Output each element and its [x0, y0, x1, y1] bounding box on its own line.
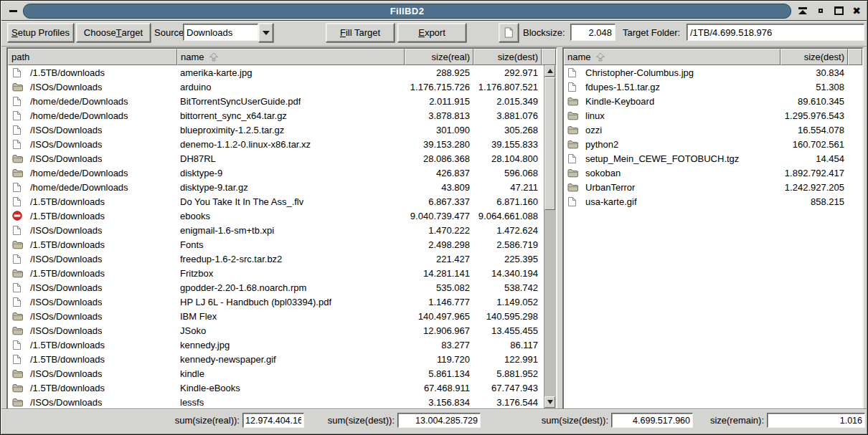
close-button[interactable]: ✖: [851, 5, 862, 16]
name-cell: DH87RL: [177, 151, 405, 166]
table-row[interactable]: python2160.702.561: [564, 137, 862, 151]
table-row[interactable]: /1.5TB/downloadsamerika-karte.jpg288.925…: [8, 65, 544, 80]
table-row[interactable]: /ISOs/DownloadsDH87RL28.086.36828.104.80…: [8, 151, 544, 166]
table-row[interactable]: /ISOs/Downloadsarduino1.176.715.7261.176…: [8, 80, 544, 94]
table-row[interactable]: /1.5TB/downloadsFonts2.498.2982.586.719: [8, 237, 544, 252]
sum-size-dest-source-input[interactable]: [397, 413, 481, 428]
chevron-down-icon: [263, 31, 270, 35]
table-row[interactable]: /ISOs/Downloadsgpodder-2.20-1.68.noarch.…: [8, 280, 544, 295]
target-table-header: name size(dest): [564, 49, 862, 65]
table-row[interactable]: /ISOs/DownloadsIBM Flex140.497.965140.59…: [8, 309, 544, 323]
sum-size-real-input[interactable]: [242, 413, 304, 428]
name-cell: Kindle-Keyboard: [564, 94, 780, 108]
column-header-name[interactable]: name: [564, 49, 780, 65]
size-dest-cell: 2.586.719: [473, 237, 542, 252]
folder-icon: [12, 82, 24, 92]
table-row[interactable]: /ISOs/DownloadsHP LJ 6L - Handbuch (bpl0…: [8, 295, 544, 309]
file-icon: [567, 196, 579, 207]
path-cell: /1.5TB/downloads: [8, 194, 177, 209]
table-row[interactable]: /1.5TB/downloadsebooks9.040.739.4779.064…: [8, 209, 544, 223]
export-button[interactable]: Export: [397, 23, 466, 42]
column-header-size-dest[interactable]: size(dest): [473, 49, 542, 65]
iconify-button[interactable]: [815, 5, 826, 16]
table-row[interactable]: /ISOs/Downloadsblueproximity-1.2.5.tar.g…: [8, 123, 544, 137]
table-row[interactable]: ozzi16.554.078: [564, 123, 862, 137]
path-cell: /home/dede/Downloads: [8, 108, 177, 123]
table-row[interactable]: linux1.295.976.543: [564, 108, 862, 123]
file-icon: [12, 110, 24, 121]
table-row[interactable]: /home/dede/Downloadsdisktype-9426.837596…: [8, 166, 544, 180]
file-icon: [12, 254, 24, 264]
column-header-size-real[interactable]: size(real): [405, 49, 473, 65]
table-row[interactable]: /ISOs/Downloadskindle5.861.1345.881.952: [8, 366, 544, 381]
name-cell: disktype-9.tar.gz: [177, 180, 405, 194]
path-cell: /ISOs/Downloads: [8, 80, 177, 94]
blocksize-input[interactable]: [570, 24, 615, 41]
titlebar-pill[interactable]: FillBD2: [23, 4, 791, 19]
name-cell: BitTorrentSyncUserGuide.pdf: [177, 94, 405, 108]
table-row[interactable]: /home/dede/Downloadsdisktype-9.tar.gz43.…: [8, 180, 544, 194]
shade-icon: [798, 7, 807, 14]
table-row[interactable]: /1.5TB/downloadskennedy-newspaper.gif119…: [8, 352, 544, 366]
path-cell: /ISOs/Downloads: [8, 151, 177, 166]
column-header-name[interactable]: name: [177, 49, 405, 65]
table-row[interactable]: /1.5TB/downloadskennedy.jpg83.27786.117: [8, 338, 544, 352]
table-row[interactable]: usa-karte.gif858.215: [564, 194, 862, 209]
column-header-path[interactable]: path: [8, 49, 177, 65]
table-row[interactable]: sokoban1.892.792.417: [564, 166, 862, 180]
target-folder-input[interactable]: [687, 24, 864, 41]
table-row[interactable]: /1.5TB/downloadsKindle-eBooks67.468.9116…: [8, 381, 544, 395]
source-profile-dropdown-button[interactable]: [258, 23, 273, 42]
table-row[interactable]: /ISOs/Downloadsdenemo-1.1.2-0.linux-x86.…: [8, 137, 544, 151]
file-icon: [567, 82, 579, 92]
scrollbar-thumb[interactable]: [544, 77, 555, 210]
name-cell: IBM Flex: [177, 309, 405, 323]
file-icon: [567, 153, 579, 164]
folder-icon: [12, 369, 24, 378]
table-row[interactable]: /home/dede/Downloadsbittorrent_sync_x64.…: [8, 108, 544, 123]
table-row[interactable]: /ISOs/Downloadslessfs3.156.8343.176.544: [8, 395, 544, 408]
table-row[interactable]: /1.5TB/downloadsFritzbox14.281.14114.340…: [8, 266, 544, 280]
name-cell: JSoko: [177, 323, 405, 338]
window-menu-button[interactable]: [4, 4, 22, 17]
size-real-cell: 6.867.337: [405, 194, 473, 209]
size-real-cell: 2.011.915: [405, 94, 473, 108]
scroll-up-button[interactable]: [544, 65, 555, 77]
table-row[interactable]: /ISOs/DownloadsJSoko12.906.96713.455.455: [8, 323, 544, 338]
app-window: FillBD2 ✖ Setup Profiles Choose Target S…: [0, 0, 868, 435]
path-cell: /home/dede/Downloads: [8, 94, 177, 108]
fill-target-button[interactable]: Fill Target: [326, 23, 395, 42]
file-icon: [12, 182, 24, 193]
size-remain-input[interactable]: [767, 413, 865, 428]
sum-size-dest-target-input[interactable]: [611, 413, 693, 428]
table-row[interactable]: /home/dede/DownloadsBitTorrentSyncUserGu…: [8, 94, 544, 108]
path-cell: /1.5TB/downloads: [8, 338, 177, 352]
shade-button[interactable]: [797, 5, 808, 16]
table-row[interactable]: /ISOs/Downloadsfreedup-1.6-2-src.tar.bz2…: [8, 252, 544, 266]
table-row[interactable]: setup_Mein_CEWE_FOTOBUCH.tgz14.454: [564, 151, 862, 166]
name-cell: ebooks: [177, 209, 405, 223]
new-document-button[interactable]: [499, 23, 519, 42]
column-header-filler: [542, 49, 556, 65]
source-profile-combo-input[interactable]: [183, 24, 258, 41]
setup-profiles-button[interactable]: Setup Profiles: [7, 23, 74, 42]
table-row[interactable]: /ISOs/Downloadsenigmail-1.6-sm+tb.xpi1.4…: [8, 223, 544, 237]
choose-target-button[interactable]: Choose Target: [76, 23, 151, 42]
name-cell: amerika-karte.jpg: [177, 65, 405, 80]
name-cell: usa-karte.gif: [564, 194, 780, 209]
size-real-cell: 83.277: [405, 338, 473, 352]
table-row[interactable]: UrbanTerror1.242.927.205: [564, 180, 862, 194]
maximize-button[interactable]: [833, 5, 844, 16]
table-row[interactable]: /1.5TB/downloadsDo You Take It In The As…: [8, 194, 544, 209]
table-row[interactable]: Kindle-Keyboard89.610.345: [564, 94, 862, 108]
scroll-down-button[interactable]: [544, 396, 555, 408]
path-cell: /ISOs/Downloads: [8, 137, 177, 151]
size-real-cell: 535.082: [405, 280, 473, 295]
size-real-cell: 28.086.368: [405, 151, 473, 166]
path-cell: /1.5TB/downloads: [8, 65, 177, 80]
triangle-up-icon: [547, 69, 553, 73]
column-header-size-dest[interactable]: size(dest): [780, 49, 848, 65]
table-row[interactable]: Christopher-Columbus.jpg30.834: [564, 65, 862, 80]
vertical-scrollbar[interactable]: [544, 65, 556, 408]
table-row[interactable]: fdupes-1.51.tar.gz51.308: [564, 80, 862, 94]
